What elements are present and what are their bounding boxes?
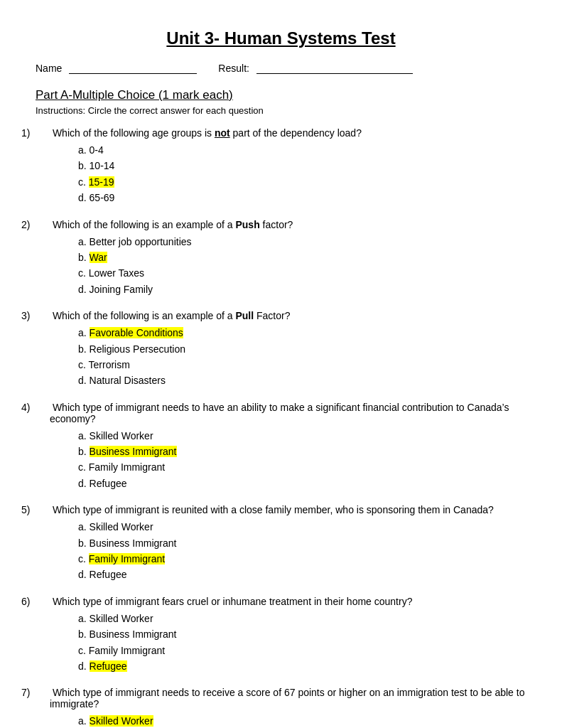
question-2-answer-2: b. War: [78, 250, 526, 265]
question-5-answer-3: c. Family Immigrant: [78, 551, 526, 567]
question-2-answers: a. Better job opportunitiesb. Warc. Lowe…: [36, 234, 526, 298]
question-number: 1): [36, 127, 50, 139]
question-6-answer-2: b. Business Immigrant: [78, 626, 526, 642]
question-6-text: 6) Which type of immigrant fears cruel o…: [36, 596, 526, 607]
question-3-answer-3: c. Terrorism: [78, 357, 526, 373]
part-a-title: Part A-Multiple Choice (1 mark each): [36, 88, 526, 102]
question-7-text: 7) Which type of immigrant needs to rece…: [36, 687, 526, 710]
question-number: 3): [36, 310, 50, 321]
question-number: 4): [36, 402, 50, 413]
question-3-answer-2: b. Religious Persecution: [78, 341, 526, 357]
question-4-answers: a. Skilled Workerb. Business Immigrantc.…: [36, 428, 526, 492]
name-line: [69, 63, 197, 74]
result-label: Result:: [218, 63, 249, 74]
question-1-answer-2: b. 10-14: [78, 158, 526, 173]
name-label: Name: [36, 63, 62, 74]
question-number: 2): [36, 219, 50, 230]
name-result-row: Name Result:: [36, 63, 526, 74]
question-4-answer-4: d. Refugee: [78, 476, 526, 491]
question-2: 2) Which of the following is an example …: [36, 219, 526, 298]
question-6-answers: a. Skilled Workerb. Business Immigrantc.…: [36, 611, 526, 675]
question-1-answer-4: d. 65-69: [78, 190, 526, 205]
question-1-answers: a. 0-4b. 10-14c. 15-19d. 65-69: [36, 142, 526, 206]
question-1-answer-1: a. 0-4: [78, 142, 526, 158]
question-number: 5): [36, 504, 50, 515]
question-7-answer-1: a. Skilled Worker: [78, 713, 526, 728]
question-5-answer-4: d. Refugee: [78, 567, 526, 582]
question-2-text: 2) Which of the following is an example …: [36, 219, 526, 230]
question-4-answer-2: b. Business Immigrant: [78, 444, 526, 459]
question-number: 7): [36, 687, 50, 698]
question-2-answer-3: c. Lower Taxes: [78, 265, 526, 281]
question-4: 4) Which type of immigrant needs to have…: [36, 402, 526, 492]
question-6-answer-1: a. Skilled Worker: [78, 611, 526, 626]
question-3-answer-1: a. Favorable Conditions: [78, 325, 526, 341]
result-line: [256, 63, 413, 74]
question-5-text: 5) Which type of immigrant is reunited w…: [36, 504, 526, 515]
question-3-answer-4: d. Natural Disasters: [78, 373, 526, 388]
question-4-answer-3: c. Family Immigrant: [78, 459, 526, 475]
instructions: Instructions: Circle the correct answer …: [36, 105, 526, 116]
question-3: 3) Which of the following is an example …: [36, 310, 526, 389]
question-1-answer-3: c. 15-19: [78, 174, 526, 190]
question-5-answer-1: a. Skilled Worker: [78, 519, 526, 535]
question-7: 7) Which type of immigrant needs to rece…: [36, 687, 526, 728]
question-3-answers: a. Favorable Conditionsb. Religious Pers…: [36, 325, 526, 389]
question-number: 6): [36, 596, 50, 607]
question-2-answer-4: d. Joining Family: [78, 282, 526, 297]
question-4-text: 4) Which type of immigrant needs to have…: [36, 402, 526, 424]
question-5-answers: a. Skilled Workerb. Business Immigrantc.…: [36, 519, 526, 583]
question-5: 5) Which type of immigrant is reunited w…: [36, 504, 526, 583]
question-4-answer-1: a. Skilled Worker: [78, 428, 526, 444]
question-2-answer-1: a. Better job opportunities: [78, 234, 526, 250]
question-3-text: 3) Which of the following is an example …: [36, 310, 526, 321]
question-1-text: 1) Which of the following age groups is …: [36, 127, 526, 139]
questions-list: 1) Which of the following age groups is …: [36, 127, 526, 728]
page-title: Unit 3- Human Systems Test: [36, 28, 526, 48]
question-6: 6) Which type of immigrant fears cruel o…: [36, 596, 526, 675]
question-7-answers: a. Skilled Workerb. Business Immigrantc.…: [36, 713, 526, 728]
question-6-answer-3: c. Family Immigrant: [78, 643, 526, 658]
question-1: 1) Which of the following age groups is …: [36, 127, 526, 206]
question-5-answer-2: b. Business Immigrant: [78, 535, 526, 551]
question-6-answer-4: d. Refugee: [78, 658, 526, 674]
